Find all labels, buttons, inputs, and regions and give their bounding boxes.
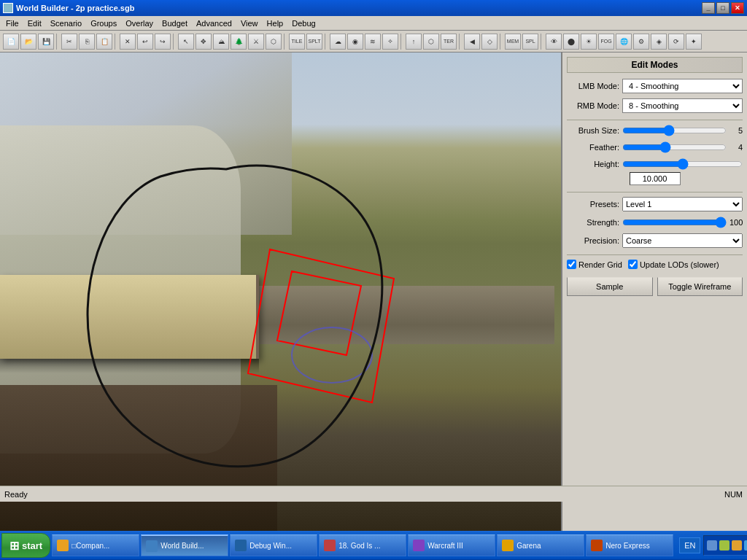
- app-icon: [3, 3, 13, 13]
- tb-c3[interactable]: TER: [441, 34, 457, 50]
- feather-row: Feather: 4: [567, 141, 743, 153]
- rmb-mode-dropdown[interactable]: 1 - Raise/Lower 2 - Plateau 3 - Noise 4 …: [622, 98, 743, 113]
- title-bar: World Builder - 2p practice.sgb _ □ ✕: [0, 0, 747, 16]
- update-lods-checkbox[interactable]: [628, 260, 638, 269]
- taskbar-warcraft[interactable]: Warcraft III: [408, 534, 495, 556]
- taskbar-icon-god: [324, 540, 336, 551]
- sample-button[interactable]: Sample: [567, 277, 653, 296]
- menu-edit[interactable]: Edit: [23, 18, 46, 29]
- menu-groups[interactable]: Groups: [86, 18, 121, 29]
- start-button[interactable]: ⊞ start: [1, 533, 50, 558]
- menu-budget[interactable]: Budget: [158, 18, 192, 29]
- tb-e6[interactable]: ◈: [651, 34, 667, 50]
- strength-slider[interactable]: [622, 217, 727, 228]
- action-buttons: Sample Toggle Wireframe: [567, 277, 743, 296]
- tb-sep4: [284, 34, 287, 50]
- tb-select[interactable]: ↖: [178, 34, 194, 50]
- tb-e2[interactable]: ⬤: [563, 34, 579, 50]
- menu-file[interactable]: File: [1, 18, 23, 29]
- scene: [0, 52, 561, 531]
- tb-d2[interactable]: ◇: [481, 34, 498, 50]
- tb-e4[interactable]: 🌐: [616, 34, 632, 50]
- taskbar-icon-worldbuilder: [146, 540, 158, 552]
- tb-item[interactable]: ⬡: [266, 34, 282, 50]
- brush-size-label: Brush Size:: [567, 126, 619, 135]
- maximize-button[interactable]: □: [716, 2, 729, 14]
- update-lods-item: Update LODs (slower): [628, 260, 719, 269]
- menu-advanced[interactable]: Advanced: [192, 18, 236, 29]
- tb-b2[interactable]: ◉: [347, 34, 363, 50]
- update-lods-label: Update LODs (slower): [640, 260, 719, 269]
- render-grid-checkbox[interactable]: [567, 260, 576, 269]
- tb-tile[interactable]: TILE: [289, 34, 305, 50]
- app-window: World Builder - 2p practice.sgb _ □ ✕ Fi…: [0, 0, 747, 531]
- taskbar-icon-debug: [235, 540, 247, 551]
- tb-d1[interactable]: ◀: [464, 34, 480, 50]
- tb-undo[interactable]: ↩: [137, 34, 153, 50]
- height-slider-row: Height:: [567, 158, 743, 170]
- tb-sep7: [459, 34, 462, 50]
- tb-e8[interactable]: ✦: [686, 34, 702, 50]
- tb-c2[interactable]: ⬡: [423, 34, 439, 50]
- tb-e3[interactable]: ☀: [581, 34, 597, 50]
- language-button[interactable]: EN: [679, 537, 700, 553]
- tb-e1[interactable]: 👁: [546, 34, 562, 50]
- tb-delete[interactable]: ✕: [120, 34, 136, 50]
- tb-fog[interactable]: FOG: [598, 34, 614, 50]
- tb-open[interactable]: 📂: [20, 34, 36, 50]
- tb-unit[interactable]: ⚔: [248, 34, 264, 50]
- brush-size-slider[interactable]: [622, 125, 727, 136]
- tb-doodad[interactable]: 🌲: [231, 34, 247, 50]
- tb-e7[interactable]: ⟳: [668, 34, 684, 50]
- menu-overlay[interactable]: Overlay: [121, 18, 158, 29]
- viewport[interactable]: [0, 52, 561, 531]
- tb-cut[interactable]: ✂: [61, 34, 77, 50]
- taskbar-garena[interactable]: Garena: [497, 534, 584, 556]
- menu-view[interactable]: View: [236, 18, 263, 29]
- toggle-wireframe-button[interactable]: Toggle Wireframe: [657, 277, 743, 296]
- taskbar-icon-warcraft: [413, 540, 425, 551]
- feather-slider[interactable]: [622, 141, 727, 153]
- taskbar-worldbuilder[interactable]: World Build...: [141, 534, 228, 556]
- menu-help[interactable]: Help: [263, 18, 288, 29]
- tb-mem1[interactable]: MEM: [505, 34, 521, 50]
- tb-c1[interactable]: ↑: [406, 34, 422, 50]
- tb-mem2[interactable]: SPL: [522, 34, 538, 50]
- divider1: [567, 120, 743, 120]
- presets-dropdown[interactable]: Level 1 Level 2 Level 3: [622, 197, 743, 211]
- content-area: Edit Modes LMB Mode: 1 - Raise/Lower 2 -…: [0, 52, 747, 531]
- tb-split[interactable]: SPLT: [306, 34, 322, 50]
- taskbar-companion[interactable]: □Compan...: [52, 534, 139, 556]
- tb-terrain[interactable]: ⛰: [213, 34, 229, 50]
- taskbar-nero[interactable]: Nero Express: [586, 534, 673, 556]
- tb-sep8: [500, 34, 503, 50]
- minimize-button[interactable]: _: [702, 2, 715, 14]
- taskbar-label-worldbuilder: World Build...: [160, 542, 204, 550]
- taskbar-debug[interactable]: Debug Win...: [230, 534, 317, 556]
- tb-move[interactable]: ✥: [196, 34, 212, 50]
- taskbar-god[interactable]: 18. God Is ...: [319, 534, 406, 556]
- tb-new[interactable]: 📄: [3, 34, 19, 50]
- taskbar-icon-garena: [502, 540, 514, 551]
- tb-copy[interactable]: ⎘: [79, 34, 95, 50]
- lmb-mode-dropdown[interactable]: 1 - Raise/Lower 2 - Plateau 3 - Noise 4 …: [622, 79, 743, 93]
- lmb-mode-row: LMB Mode: 1 - Raise/Lower 2 - Plateau 3 …: [567, 79, 743, 93]
- strength-label: Strength:: [567, 218, 619, 227]
- tb-b4[interactable]: ⟡: [382, 34, 398, 50]
- height-input[interactable]: [630, 172, 681, 185]
- precision-dropdown[interactable]: Coarse Medium Fine: [622, 233, 743, 248]
- menu-debug[interactable]: Debug: [287, 18, 320, 29]
- tb-save[interactable]: 💾: [38, 34, 54, 50]
- tb-e5[interactable]: ⚙: [633, 34, 649, 50]
- height-slider[interactable]: [622, 158, 743, 170]
- taskbar-label-debug: Debug Win...: [249, 542, 292, 550]
- taskbar-icon-nero: [591, 540, 603, 551]
- menu-scenario[interactable]: Scenario: [46, 18, 86, 29]
- system-tray: 22:56: [703, 535, 747, 556]
- water-area: [0, 385, 277, 531]
- tb-b1[interactable]: ☁: [330, 34, 346, 50]
- close-button[interactable]: ✕: [731, 2, 744, 14]
- tb-paste[interactable]: 📋: [96, 34, 112, 50]
- tb-redo[interactable]: ↪: [155, 34, 171, 50]
- tb-b3[interactable]: ≋: [365, 34, 381, 50]
